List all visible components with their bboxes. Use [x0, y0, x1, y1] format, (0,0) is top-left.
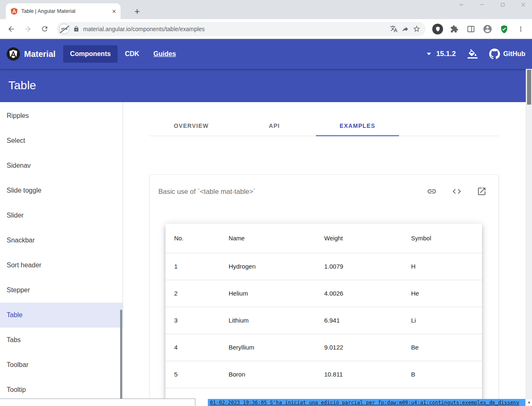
content-area: Ripples Select Sidenav Slide toggle Slid…: [0, 102, 532, 406]
lock-icon[interactable]: [73, 26, 79, 32]
theme-picker-button[interactable]: [464, 46, 481, 62]
cell: Helium: [229, 280, 324, 307]
vpn-extension-icon[interactable]: VPN: [59, 24, 69, 34]
cell: H: [411, 253, 482, 280]
sidebar-item-select[interactable]: Select: [0, 128, 123, 153]
open-in-new-icon[interactable]: [477, 186, 487, 196]
cell: 9.0122: [324, 334, 411, 361]
tab-overview[interactable]: OVERVIEW: [150, 116, 233, 136]
chevron-down-icon: [427, 53, 431, 55]
forward-button[interactable]: [21, 22, 35, 36]
window-minimize-button[interactable]: [479, 2, 485, 7]
angular-favicon-icon: [11, 8, 17, 15]
cell: 3: [165, 307, 229, 334]
url-bar[interactable]: VPN material.angular.io/components/table…: [57, 22, 426, 36]
window-close-button[interactable]: [520, 2, 526, 7]
nav-components[interactable]: Components: [63, 45, 118, 63]
shield-extension-icon[interactable]: [431, 22, 445, 36]
table-header-row: No. Name Weight Symbol: [165, 224, 482, 253]
table-row: 1 Hydrogen 1.0079 H: [165, 253, 482, 280]
cell: Boron: [229, 361, 324, 388]
site-header: Material Components CDK Guides 15.1.2 Gi…: [0, 39, 532, 69]
github-link[interactable]: GitHub: [489, 49, 525, 59]
component-nav-sidebar: Ripples Select Sidenav Slide toggle Slid…: [0, 102, 123, 406]
angular-logo-icon: [7, 47, 20, 61]
col-header-no: No.: [165, 224, 229, 253]
version-picker[interactable]: 15.1.2: [427, 50, 456, 58]
selection-text: 01-02-2023 19:36:05 S'ha iniciat una edi…: [210, 400, 519, 406]
window-maximize-button[interactable]: [500, 2, 505, 7]
scrollbar-down-arrow[interactable]: ▼: [526, 399, 532, 406]
cell: 4.0026: [324, 280, 411, 307]
sidebar-item-tabs[interactable]: Tabs: [0, 328, 123, 352]
browser-tab[interactable]: Table | Angular Material ✕: [6, 3, 121, 19]
table-row: 5 Boron 10.811 B: [165, 361, 482, 388]
elements-table: No. Name Weight Symbol 1 Hydrogen 1.0079: [165, 224, 482, 406]
tab-examples[interactable]: EXAMPLES: [316, 116, 399, 136]
paint-bucket-icon: [468, 49, 478, 59]
brand-home-link[interactable]: Material: [7, 47, 56, 61]
example-actions: [427, 186, 487, 196]
cell: 6.941: [324, 307, 411, 334]
new-tab-button[interactable]: +: [131, 6, 143, 17]
page-header: Table: [0, 69, 532, 102]
sidebar-item-sidenav[interactable]: Sidenav: [0, 153, 123, 178]
sidebar-item-slide-toggle[interactable]: Slide toggle: [0, 178, 123, 203]
tab-close-icon[interactable]: ✕: [112, 9, 116, 14]
example-card-header: Basic use of `<table mat-table>`: [150, 175, 498, 208]
cell: Lithium: [229, 307, 324, 334]
version-label: 15.1.2: [436, 50, 456, 58]
safety-shield-icon[interactable]: [497, 22, 511, 36]
github-icon: [489, 49, 500, 59]
page-scrollbar[interactable]: ▼: [526, 69, 532, 406]
nav-cdk[interactable]: CDK: [118, 45, 146, 63]
table-row: 2 Helium 4.0026 He: [165, 280, 482, 307]
main-content: OVERVIEW API EXAMPLES Basic use of `<tab…: [123, 102, 532, 406]
vpn-badge-label: VPN: [61, 27, 67, 30]
reload-button[interactable]: [37, 22, 52, 36]
back-button[interactable]: [4, 22, 18, 36]
window-dropdown-icon[interactable]: [458, 2, 464, 7]
window-controls: [458, 2, 526, 7]
col-header-weight: Weight: [324, 224, 411, 253]
cell: 10.811: [324, 361, 411, 388]
browser-window: Table | Angular Material ✕ +: [0, 0, 532, 406]
copy-link-icon[interactable]: [427, 186, 437, 196]
example-title: Basic use of `<table mat-table>`: [158, 188, 427, 196]
selected-status-text: 01-02-2023 19:36:05 S'ha iniciat una edi…: [208, 399, 525, 406]
cell: Beryllium: [229, 334, 324, 361]
url-text: material.angular.io/components/table/exa…: [83, 26, 386, 32]
sidebar-item-slider[interactable]: Slider: [0, 203, 123, 228]
cell: B: [411, 361, 482, 388]
tab-api[interactable]: API: [233, 116, 316, 136]
cell: 1.0079: [324, 253, 411, 280]
sidebar-item-stepper[interactable]: Stepper: [0, 278, 123, 303]
browser-menu-icon[interactable]: [514, 22, 528, 36]
page-scrollbar-thumb[interactable]: [527, 70, 531, 105]
translate-icon[interactable]: [390, 25, 398, 33]
example-card: Basic use of `<table mat-table>`: [150, 174, 499, 406]
view-code-icon[interactable]: [452, 186, 462, 196]
github-label: GitHub: [503, 50, 525, 58]
cell: Hydrogen: [229, 253, 324, 280]
cell: 1: [165, 253, 229, 280]
share-icon[interactable]: [401, 25, 409, 33]
profile-avatar-icon[interactable]: [480, 22, 495, 36]
cell: Be: [411, 334, 482, 361]
browser-tab-strip: Table | Angular Material ✕ +: [0, 0, 532, 19]
nav-guides[interactable]: Guides: [146, 45, 183, 63]
sidebar-item-ripples[interactable]: Ripples: [0, 103, 123, 128]
brand-label: Material: [24, 49, 56, 59]
side-panel-icon[interactable]: [464, 22, 478, 36]
extensions-puzzle-icon[interactable]: [447, 22, 461, 36]
bookmark-star-icon[interactable]: [413, 25, 421, 33]
sidebar-item-table[interactable]: Table: [0, 303, 123, 328]
table-row: 3 Lithium 6.941 Li: [165, 307, 482, 334]
page-title: Table: [8, 79, 36, 92]
sidebar-scrollbar-thumb[interactable]: [120, 310, 122, 399]
sidebar-item-snackbar[interactable]: Snackbar: [0, 228, 123, 253]
cell: Li: [411, 307, 482, 334]
browser-toolbar: VPN material.angular.io/components/table…: [0, 19, 532, 39]
sidebar-item-sort-header[interactable]: Sort header: [0, 253, 123, 278]
sidebar-item-toolbar[interactable]: Toolbar: [0, 352, 123, 377]
